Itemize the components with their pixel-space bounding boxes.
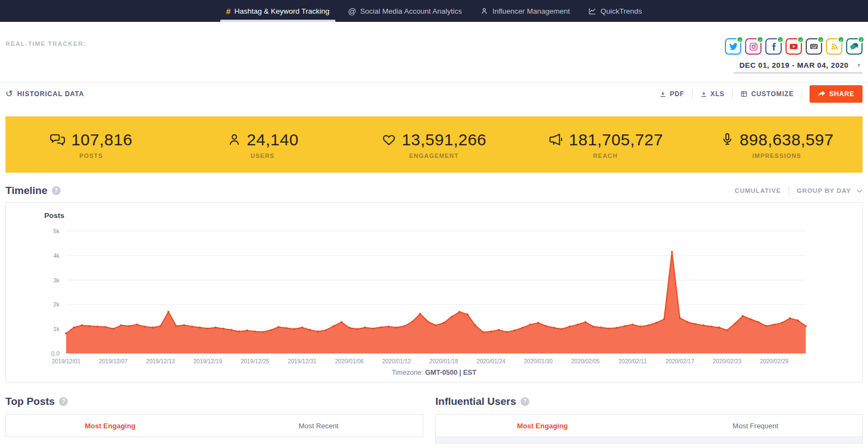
check-icon: ✓ (817, 36, 824, 43)
influential-users-section: Influential Users ? Most Engaging Most F… (435, 382, 863, 444)
engagement-value: 13,591,266 (401, 131, 486, 149)
rss-icon[interactable]: ✓ (826, 38, 842, 55)
nav-tab-label: Hashtag & Keyword Tracking (234, 7, 329, 15)
timeline-chart-svg[interactable]: Posts0.01k2k3k4k5k2019/12/012019/12/0720… (6, 203, 862, 367)
influential-users-title: Influential Users (435, 396, 516, 408)
person-icon (480, 7, 488, 15)
channel-toggles: ✓ ✓ ✓ ✓ ✓ ✓ (725, 38, 863, 55)
help-icon[interactable]: ? (52, 186, 61, 195)
divider (801, 90, 802, 98)
share-icon (818, 91, 825, 97)
microphone-icon (720, 132, 735, 147)
cumulative-toggle[interactable]: CUMULATIVE (735, 187, 781, 194)
check-icon: ✓ (757, 36, 764, 43)
help-icon[interactable]: ? (59, 397, 68, 406)
at-icon: @ (348, 7, 356, 16)
tab-most-frequent-users[interactable]: Most Frequent (649, 415, 862, 437)
top-posts-title: Top Posts (5, 396, 55, 408)
svg-text:2019/12/19: 2019/12/19 (193, 358, 222, 364)
chevron-down-icon (857, 189, 863, 193)
svg-text:3k: 3k (53, 277, 60, 284)
timezone-value: GMT-0500 | EST (425, 369, 476, 376)
user-icon (227, 132, 242, 148)
reach-label: REACH (593, 152, 618, 159)
group-by-select[interactable]: GROUP BY DAY (797, 187, 863, 194)
timeline-chart-panel: Posts0.01k2k3k4k5k2019/12/012019/12/0720… (5, 202, 863, 382)
impressions-value: 898,638,597 (740, 131, 834, 149)
chevron-down-icon: ▾ (857, 62, 860, 69)
historical-data-button[interactable]: ↺ HISTORICAL DATA (5, 90, 84, 98)
svg-text:2020/02/11: 2020/02/11 (618, 358, 647, 364)
timeline-title: Timeline (5, 185, 48, 197)
svg-text:2019/12/07: 2019/12/07 (99, 358, 128, 364)
pdf-download-button[interactable]: PDF (652, 90, 692, 98)
svg-text:2020/01/30: 2020/01/30 (524, 358, 553, 364)
engagement-label: ENGAGEMENT (409, 152, 459, 159)
stat-engagement: 13,591,266 ENGAGEMENT (349, 116, 520, 173)
keyboard-icon[interactable]: ✓ (806, 38, 822, 55)
nav-tab-influencer-management[interactable]: Influencer Management (471, 0, 579, 22)
tab-most-engaging-users[interactable]: Most Engaging (436, 415, 649, 437)
reach-value: 181,705,727 (569, 131, 663, 149)
stat-users: 24,140 USERS (177, 116, 349, 173)
customize-button[interactable]: CUSTOMIZE (733, 90, 801, 98)
top-posts-section: Top Posts ? Most Engaging Most Recent (5, 382, 423, 444)
svg-text:2019/12/01: 2019/12/01 (52, 358, 81, 364)
report-toolbar: ↺ HISTORICAL DATA PDF XLS CUSTOMIZE SHAR… (0, 82, 868, 105)
svg-text:4k: 4k (53, 252, 60, 259)
download-icon (659, 91, 666, 98)
realtime-tracker-label: REAL-TIME TRACKER: (5, 40, 86, 47)
stat-impressions: 898,638,597 IMPRESSIONS (691, 116, 863, 173)
svg-text:2020/02/29: 2020/02/29 (760, 358, 789, 364)
grid-icon (740, 90, 748, 98)
check-icon: ✓ (797, 36, 804, 43)
svg-text:2019/12/13: 2019/12/13 (146, 358, 175, 364)
svg-text:2020/02/17: 2020/02/17 (665, 358, 694, 364)
top-nav: # Hashtag & Keyword Tracking @ Social Me… (0, 0, 868, 22)
svg-text:1k: 1k (53, 326, 60, 332)
impressions-label: IMPRESSIONS (752, 152, 801, 159)
svg-text:0.0: 0.0 (51, 350, 60, 357)
nav-tab-label: Social Media Account Analytics (360, 7, 462, 15)
instagram-icon[interactable]: ✓ (745, 38, 761, 55)
xls-download-button[interactable]: XLS (693, 90, 733, 98)
svg-text:2020/01/18: 2020/01/18 (429, 358, 458, 364)
nav-tab-hashtag-tracking[interactable]: # Hashtag & Keyword Tracking (217, 0, 339, 22)
stat-posts: 107,816 POSTS (5, 116, 177, 173)
hash-icon: # (226, 7, 231, 16)
facebook-icon[interactable]: ✓ (765, 38, 782, 55)
date-range-picker[interactable]: DEC 01, 2019 - MAR 04, 2020 ▾ (734, 61, 863, 73)
svg-text:2019/12/25: 2019/12/25 (240, 358, 269, 364)
share-button[interactable]: SHARE (810, 85, 863, 103)
date-range-value: DEC 01, 2019 - MAR 04, 2020 (739, 61, 848, 69)
download-icon (700, 91, 707, 98)
svg-text:2020/01/12: 2020/01/12 (382, 358, 411, 364)
svg-text:5k: 5k (53, 228, 60, 234)
posts-label: POSTS (79, 152, 103, 159)
svg-text:2020/02/23: 2020/02/23 (713, 358, 742, 364)
help-icon[interactable]: ? (521, 397, 529, 406)
check-icon: ✓ (736, 36, 743, 43)
nav-tab-account-analytics[interactable]: @ Social Media Account Analytics (339, 0, 471, 22)
timezone-note: Timezone: GMT-0500 | EST (6, 369, 862, 376)
forums-chat-icon[interactable]: ✓ (846, 38, 863, 55)
trend-icon (588, 7, 597, 15)
divider (789, 186, 789, 195)
youtube-icon[interactable]: ✓ (786, 38, 802, 55)
svg-text:2k: 2k (53, 301, 60, 308)
chat-bubbles-icon (50, 132, 66, 148)
twitter-icon[interactable]: ✓ (725, 38, 741, 55)
user-row-stub (436, 437, 862, 443)
tab-most-recent-posts[interactable]: Most Recent (215, 415, 423, 437)
users-value: 24,140 (247, 131, 299, 149)
check-icon: ✓ (858, 36, 865, 43)
nav-tab-label: Influencer Management (492, 7, 570, 15)
svg-text:Posts: Posts (44, 211, 64, 220)
nav-tab-quicktrends[interactable]: QuickTrends (579, 0, 651, 22)
summary-stats-band: 107,816 POSTS 24,140 USERS 13,591,266 EN… (5, 116, 863, 173)
check-icon: ✓ (777, 36, 784, 43)
tab-most-engaging-posts[interactable]: Most Engaging (6, 415, 215, 437)
stat-reach: 181,705,727 REACH (519, 116, 691, 173)
svg-text:2020/01/24: 2020/01/24 (477, 358, 506, 364)
svg-text:2020/01/06: 2020/01/06 (335, 358, 364, 364)
